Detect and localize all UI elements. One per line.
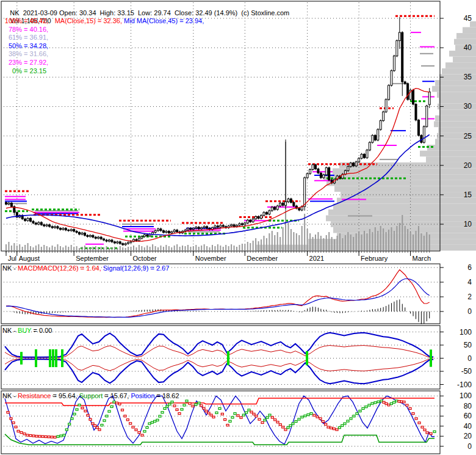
month-label: February xyxy=(361,255,388,262)
fib-percent: 61% xyxy=(2,34,22,42)
month-label: 2021 xyxy=(309,255,324,262)
position-axis-label: 60 xyxy=(464,412,472,420)
fib-value: = 31.66, xyxy=(22,50,48,57)
macd-axis-label: 2 xyxy=(467,293,472,301)
title-segment: BUY xyxy=(18,327,31,334)
buy-axis-label: -50 xyxy=(461,367,472,376)
price-axis-label: 20 xyxy=(464,161,472,170)
buy-panel-layer: 100500-50-100 xyxy=(1,326,472,389)
month-label: Jul xyxy=(8,255,16,262)
title-segment: = 0.00 xyxy=(31,327,52,334)
chart-canvas: JulAugustSeptemberOctoberNovemberDecembe… xyxy=(0,0,476,455)
title-segment: = 18.62 xyxy=(155,392,179,399)
fib-value: = 45.42, xyxy=(22,17,48,24)
ma15-text: MA(Close,15) = 32.36, xyxy=(55,17,122,24)
resistance-panel-title: NK - Resistance = 95.64, Support = 15.67… xyxy=(2,392,179,400)
title-segment: NK - xyxy=(2,327,18,334)
buy-axis-label: -100 xyxy=(457,380,472,389)
fib-value: = 27.92, xyxy=(22,59,48,66)
ma45-text: Mid MA(Close,45) = 23.94, xyxy=(122,17,204,24)
buy-axis-label: 50 xyxy=(464,341,472,349)
macd-axis-label: 0 xyxy=(467,307,472,316)
month-label: August xyxy=(19,255,40,262)
position-panel-layer: 100806040200 xyxy=(1,391,472,454)
title-segment: Resistance xyxy=(18,392,51,399)
stoxline-chart: JulAugustSeptemberOctoberNovemberDecembe… xyxy=(0,0,476,455)
price-axis-label: 45 xyxy=(464,14,472,23)
position-axis-label: 20 xyxy=(464,432,472,440)
title-segment: NK - xyxy=(2,392,18,399)
month-label: October xyxy=(133,255,157,262)
title-segment: = 15.67, xyxy=(103,392,131,399)
position-axis-label: 100 xyxy=(460,391,472,400)
macd-axis-label: 6 xyxy=(467,263,472,272)
fib-percent: 38% xyxy=(2,50,22,58)
fib-level-0%: 0% = 23.15 xyxy=(2,67,48,76)
title-segment: Signal(12,26,9) = 2.67 xyxy=(101,264,170,272)
month-label: March xyxy=(413,255,431,262)
title-segment: MACDMACD(12,26) = 1.64, xyxy=(18,264,101,272)
macd-axis-label: 4 xyxy=(467,278,472,286)
position-axis-label: 40 xyxy=(464,422,472,431)
position-axis-label: 0 xyxy=(467,442,472,451)
buy-panel-title: NK - BUY = 0.00 xyxy=(2,327,52,335)
title-segment: = 95.64, xyxy=(51,392,79,399)
position-axis-label: 80 xyxy=(464,402,472,410)
price-axis-label: 25 xyxy=(464,132,472,140)
fib-percent: 50% xyxy=(2,42,22,50)
fib-value: = 34.28, xyxy=(22,42,48,49)
fib-percent: 0% xyxy=(2,67,22,75)
fib-level-50%: 50% = 34.28, xyxy=(2,42,48,51)
fib-value: = 36.91, xyxy=(22,34,48,41)
month-label: November xyxy=(195,255,226,262)
price-axis-label: 35 xyxy=(464,73,472,81)
fib-level-78%: 78% = 40.16, xyxy=(2,26,48,34)
fib-value: = 40.16, xyxy=(22,26,48,33)
month-label: September xyxy=(76,255,109,262)
buy-axis-label: 0 xyxy=(467,354,472,363)
title-segment: Support xyxy=(79,392,103,399)
price-axis-label: 40 xyxy=(464,43,472,52)
fibonacci-levels-list: 100% = 45.42,78% = 40.16,61% = 36.91,50%… xyxy=(2,17,48,75)
price-axis-label: 15 xyxy=(464,191,472,199)
month-label: December xyxy=(247,255,278,262)
fib-level-61%: 61% = 36.91, xyxy=(2,34,48,42)
macd-panel-title: NK - MACDMACD(12,26) = 1.64, Signal(12,2… xyxy=(2,264,169,272)
price-axis-label: 30 xyxy=(464,102,472,111)
fib-value: = 23.15 xyxy=(22,67,46,75)
fib-percent: 78% xyxy=(2,26,22,34)
price-axis-label: 10 xyxy=(464,220,472,228)
buy-axis-label: 100 xyxy=(460,328,472,337)
fib-level-38%: 38% = 31.66, xyxy=(2,50,48,59)
fib-percent: 100% xyxy=(2,17,22,25)
fib-percent: 23% xyxy=(2,59,22,67)
title-segment: NK - xyxy=(2,264,18,272)
title-segment: Position xyxy=(131,392,154,399)
fib-level-100%: 100% = 45.42, xyxy=(2,17,48,26)
fib-level-23%: 23% = 27.92, xyxy=(2,59,48,67)
